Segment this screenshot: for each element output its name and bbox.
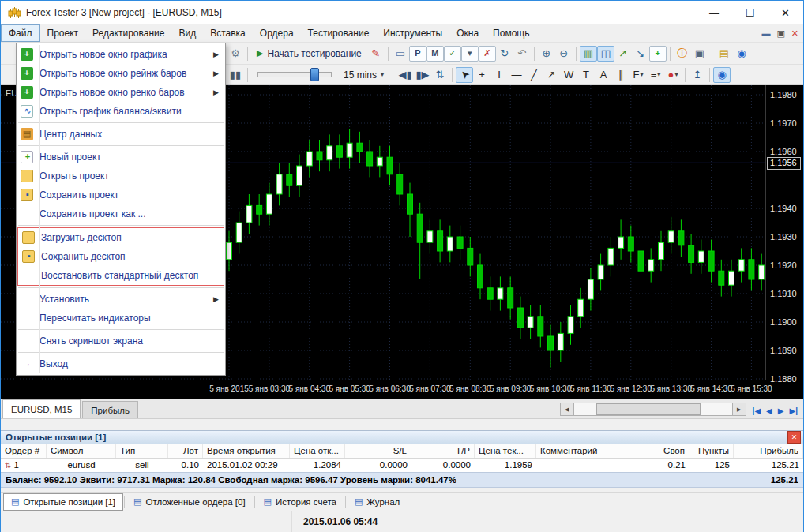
wave-icon[interactable]: W xyxy=(560,67,577,83)
tab-account-history[interactable]: ▤История счета xyxy=(256,493,344,511)
menu-item-open-range-bars-window[interactable]: Открыть новое окно рейнж баров▶ xyxy=(17,64,225,83)
maximize-button[interactable]: ☐ xyxy=(732,1,768,24)
speed-slider-thumb[interactable] xyxy=(310,68,319,81)
child-restore-icon[interactable]: ▣ xyxy=(776,29,784,38)
child-close-icon[interactable]: ✕ xyxy=(791,29,798,38)
menu-item-save-project[interactable]: Сохранить проект xyxy=(17,185,225,204)
text-tool-icon[interactable]: T xyxy=(577,67,595,83)
menu-item-data-center[interactable]: Центр данных xyxy=(17,125,225,144)
column-header[interactable]: Время открытия xyxy=(203,444,290,458)
menu-item-take-screenshot[interactable]: Снять скриншот экрана xyxy=(17,332,225,350)
zoom-out-icon[interactable]: ⊖ xyxy=(555,46,573,62)
scroll-right-icon[interactable]: ▶ xyxy=(732,403,746,416)
redo-icon[interactable]: ↻ xyxy=(496,46,513,62)
step-back-icon[interactable]: ◀▮ xyxy=(396,67,414,83)
column-header[interactable]: Своп xyxy=(648,444,689,458)
column-header[interactable]: Пункты xyxy=(689,444,734,458)
scrollbar-track[interactable] xyxy=(574,403,732,416)
text-cursor-icon[interactable]: I xyxy=(490,67,508,83)
menu-item-save-project-as[interactable]: Сохранить проект как ... xyxy=(17,204,225,223)
menu-item-new-project[interactable]: Новый проект xyxy=(17,148,225,167)
menu-item-open-project[interactable]: Открыть проект xyxy=(17,167,225,185)
menu-item-restore-default-desktop[interactable]: Восстановить стандартный десктоп xyxy=(18,266,224,285)
chart-last-icon[interactable]: ▶| xyxy=(788,406,800,416)
notes-icon[interactable]: ▤ xyxy=(716,46,733,62)
trendline-icon[interactable]: ╱ xyxy=(525,67,543,83)
new-order-icon[interactable]: ▭ xyxy=(392,46,409,62)
table-row[interactable]: ⇅1eurusdsell0.102015.01.02 00:291.20840.… xyxy=(1,459,803,472)
minimize-button[interactable]: — xyxy=(697,1,732,24)
sync-icon[interactable]: ⇅ xyxy=(431,67,449,83)
chart-down-icon[interactable]: ↘ xyxy=(632,46,649,62)
ray-icon[interactable]: ↗ xyxy=(543,67,560,83)
menu-project[interactable]: Проект xyxy=(40,24,86,42)
speed-slider[interactable] xyxy=(257,72,332,77)
menu-item-recalculate-indicators[interactable]: Пересчитать индикаторы xyxy=(17,309,225,328)
menu-edit[interactable]: Редактирование xyxy=(85,24,171,42)
accept-order-icon[interactable]: ✓ xyxy=(444,46,461,62)
price-axis[interactable]: 1.19801.19701.19601.19401.19301.19201.19… xyxy=(765,85,803,380)
hline-icon[interactable]: ― xyxy=(508,67,525,83)
menu-item-save-desktop[interactable]: Сохранить десктоп xyxy=(18,247,224,266)
menu-testing[interactable]: Тестирование xyxy=(301,24,377,42)
news-icon[interactable]: ◉ xyxy=(733,46,750,62)
menu-file[interactable]: Файл xyxy=(1,24,40,42)
menu-item-open-balance-equity-chart[interactable]: Открыть график баланса/эквити xyxy=(17,102,225,121)
edit-test-icon[interactable]: ✎ xyxy=(367,46,385,62)
undo-icon[interactable]: ↶ xyxy=(513,46,531,62)
menu-item-load-desktop[interactable]: Загрузить десктоп xyxy=(18,228,224,247)
chart-up-icon[interactable]: ↗ xyxy=(614,46,632,62)
close-order-icon[interactable]: ✗ xyxy=(479,46,496,62)
column-header[interactable]: Тип xyxy=(116,444,168,458)
pointer-icon[interactable]: ➤ xyxy=(456,67,473,83)
templates-icon[interactable]: ◫ xyxy=(597,46,614,62)
column-header[interactable]: Цена отк... xyxy=(290,444,345,458)
column-header[interactable]: S/L xyxy=(345,444,411,458)
lines-menu-icon[interactable]: ≡▾ xyxy=(647,67,664,83)
chart-first-icon[interactable]: |◀ xyxy=(751,406,763,416)
camera-icon[interactable]: ▣ xyxy=(691,46,708,62)
column-header[interactable]: Цена тек... xyxy=(475,444,536,458)
zoom-in-icon[interactable]: ⊕ xyxy=(538,46,555,62)
step-forward-icon[interactable]: ▮▶ xyxy=(414,67,431,83)
info-icon[interactable]: ⓘ xyxy=(674,46,691,62)
column-header[interactable]: Символ xyxy=(47,444,116,458)
globe-icon[interactable]: ◉ xyxy=(713,67,731,83)
close-button[interactable]: ✕ xyxy=(768,1,803,24)
tab-journal[interactable]: ▤Журнал xyxy=(347,493,408,511)
tab-open-positions[interactable]: ▤Открытые позиции [1] xyxy=(3,493,123,511)
fibonacci-icon[interactable]: F▾ xyxy=(629,67,647,83)
column-header[interactable]: Прибыль xyxy=(734,444,803,458)
pause-icon[interactable]: ▮▮ xyxy=(227,67,244,83)
order-list-icon[interactable]: ▾ xyxy=(461,46,479,62)
tab-pending-orders[interactable]: ▤Отложенные ордера [0] xyxy=(126,493,254,511)
column-header[interactable]: T/P xyxy=(411,444,475,458)
scroll-left-icon[interactable]: ◀ xyxy=(560,403,574,416)
child-minimize-icon[interactable]: ▬ xyxy=(761,29,770,38)
shapes-menu-icon[interactable]: ●▾ xyxy=(664,67,682,83)
menu-tools[interactable]: Инструменты xyxy=(376,24,449,42)
menu-item-install[interactable]: Установить▶ xyxy=(17,290,225,309)
indicators-icon[interactable]: ▥ xyxy=(580,46,597,62)
start-testing-button[interactable]: ▶Начать тестирование xyxy=(251,44,367,63)
chart-prev-icon[interactable]: ◀ xyxy=(765,406,774,416)
scrollbar-thumb[interactable] xyxy=(596,403,701,415)
timeframe-select[interactable]: 15 mins▾ xyxy=(338,69,389,81)
menu-item-open-new-chart-window[interactable]: Открыть новое окно графика▶ xyxy=(17,45,225,64)
column-header[interactable]: Лот xyxy=(168,444,203,458)
font-tool-icon[interactable]: A xyxy=(595,67,612,83)
chart-next-icon[interactable]: ▶ xyxy=(776,406,786,416)
market-orders-icon[interactable]: M xyxy=(426,46,444,62)
tab-profit[interactable]: Прибыль xyxy=(82,401,138,418)
menu-windows[interactable]: Окна xyxy=(449,24,486,42)
menu-item-open-renko-bars-window[interactable]: Открыть новое окно ренко баров▶ xyxy=(17,83,225,102)
menu-help[interactable]: Помощь xyxy=(486,24,536,42)
column-header[interactable]: Ордер # xyxy=(1,444,47,458)
menu-view[interactable]: Вид xyxy=(171,24,203,42)
channel-icon[interactable]: ∥ xyxy=(612,67,629,83)
menu-orders[interactable]: Ордера xyxy=(253,24,301,42)
panel-close-icon[interactable]: ✕ xyxy=(787,431,801,444)
crosshair-icon[interactable]: + xyxy=(473,67,490,83)
tab-chart-eurusd[interactable]: EURUSD, M15 xyxy=(2,399,81,418)
pending-orders-icon[interactable]: P xyxy=(409,46,426,62)
